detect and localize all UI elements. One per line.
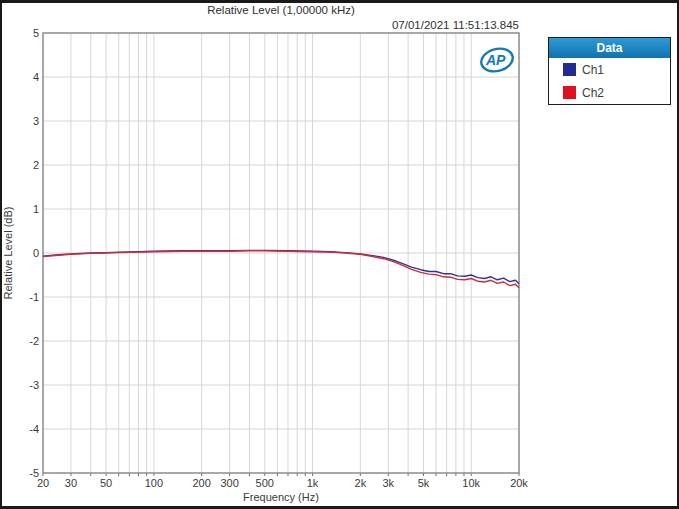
legend-item-ch2[interactable]: Ch2 (549, 81, 670, 104)
chart-title: Relative Level (1,00000 kHz) (43, 4, 519, 16)
y-tick-label: -3 (2, 378, 39, 392)
audio-precision-logo-icon: AP (477, 45, 517, 77)
x-tick-label: 20k (497, 477, 541, 490)
y-axis-label: Relative Level (dB) (2, 153, 16, 353)
x-axis-label: Frequency (Hz) (43, 491, 519, 503)
legend-swatch-ch1-icon (563, 63, 576, 76)
legend-label: Ch2 (582, 86, 604, 100)
legend-items: Ch1Ch2 (549, 58, 670, 104)
chart-canvas (43, 33, 519, 473)
y-tick-label: 4 (2, 70, 39, 84)
y-tick-label: 3 (2, 114, 39, 128)
ap-logo-text: AP (485, 52, 506, 68)
x-tick-label: 500 (243, 477, 287, 490)
x-tick-label: 100 (132, 477, 176, 490)
legend-item-ch1[interactable]: Ch1 (549, 58, 670, 81)
graph-panel: Relative Level (1,00000 kHz) 07/01/2021 … (0, 0, 679, 509)
legend-header[interactable]: Data (549, 38, 670, 58)
series-line-ch2[interactable] (43, 251, 519, 288)
x-tick-label: 1k (291, 477, 335, 490)
chart-plot-area[interactable] (43, 33, 519, 473)
x-tick-label: 10k (449, 477, 493, 490)
legend-box: Data Ch1Ch2 (548, 37, 671, 105)
series-line-ch1[interactable] (43, 250, 519, 283)
x-tick-label: 5k (401, 477, 445, 490)
measurement-timestamp: 07/01/2021 11:51:13.845 (392, 19, 519, 31)
y-tick-label: -4 (2, 422, 39, 436)
y-tick-label: 5 (2, 26, 39, 40)
legend-swatch-ch2-icon (563, 86, 576, 99)
x-tick-label: 50 (84, 477, 128, 490)
legend-label: Ch1 (582, 63, 604, 77)
